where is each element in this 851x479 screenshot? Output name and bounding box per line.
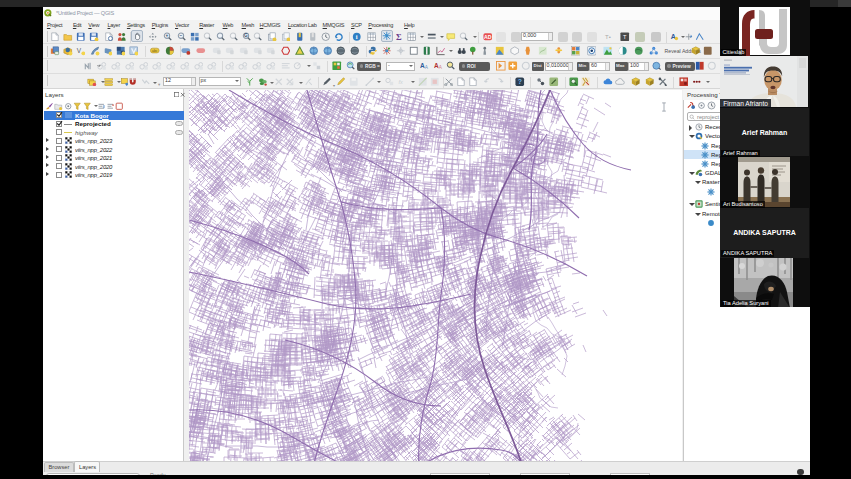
svg-text:Σ: Σ [395,32,401,42]
svg-text:−: − [179,33,182,38]
svg-text:G: G [244,33,248,38]
svg-text:A: A [439,65,443,70]
svg-text:i: i [356,33,358,40]
svg-text:fx: fx [398,78,403,84]
svg-text:+: + [165,33,168,38]
svg-text:?: ? [518,78,522,85]
svg-text:abc: abc [152,49,158,53]
svg-text:A: A [425,65,429,70]
svg-text:T: T [623,33,627,39]
svg-text:V: V [77,47,82,54]
svg-text:AD: AD [484,33,492,39]
